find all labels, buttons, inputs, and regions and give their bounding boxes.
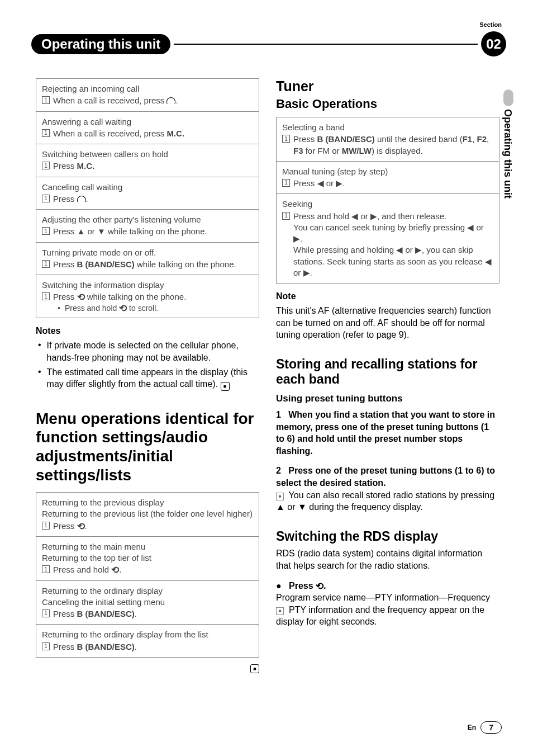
table-row: Answering a call waiting 1When a call is…: [36, 112, 259, 145]
row-step: Press .: [53, 193, 253, 205]
step-number-icon: 1: [42, 292, 50, 300]
left-column: Rejecting an incoming call 1When a call …: [36, 78, 259, 672]
row-step: Press B (BAND/ESC) while talking on the …: [53, 259, 253, 270]
row-title: Returning to the previous list (the fold…: [42, 508, 253, 519]
phone-operations-table: Rejecting an incoming call 1When a call …: [36, 78, 259, 318]
table-row: Switching between callers on hold 1Press…: [36, 144, 259, 177]
row-title: Seeking: [282, 199, 493, 210]
row-sub: •Press and hold ⟲ to scroll.: [58, 303, 253, 314]
row-title: Manual tuning (step by step): [282, 166, 493, 177]
section-heading: Menu operations identical for function s…: [36, 409, 259, 484]
table-row: Returning to the ordinary display from t…: [36, 625, 259, 657]
bullet-icon: •: [276, 607, 284, 615]
step-number-icon: 1: [42, 642, 50, 650]
step-number-icon: 1: [42, 195, 50, 202]
bullet-icon: •: [276, 493, 284, 500]
step-number-icon: 1: [42, 96, 50, 104]
row-step: Press B (BAND/ESC) until the desired ban…: [293, 134, 493, 157]
table-row: Canceling call waiting 1Press .: [36, 177, 259, 210]
return-icon: ⟲: [77, 292, 85, 302]
lang-label: En: [468, 724, 476, 731]
press-step: ● Press ⟲.: [276, 580, 499, 592]
row-step: Press B (BAND/ESC).: [53, 608, 253, 620]
notes-list: If private mode is selected on the cellu…: [36, 339, 259, 390]
table-row: Selecting a band 1Press B (BAND/ESC) unt…: [277, 117, 499, 162]
row-title: Switching between callers on hold: [42, 149, 253, 160]
basic-ops-heading: Basic Operations: [276, 97, 499, 111]
phone-icon: [77, 196, 86, 202]
return-icon: ⟲: [316, 582, 323, 591]
step-number-icon: 1: [42, 129, 50, 137]
row-title: Selecting a band: [282, 122, 493, 133]
end-section-icon: ■: [250, 664, 259, 673]
list-item: If private mode is selected on the cellu…: [38, 339, 259, 363]
page-header: Operating this unit 02: [31, 31, 506, 56]
table-row: Returning to the ordinary display Cancel…: [36, 581, 259, 625]
row-title: Canceling the initial setting menu: [42, 597, 253, 608]
step-number-icon: 1: [42, 260, 50, 268]
row-title: Answering a call waiting: [42, 116, 253, 127]
table-row: Rejecting an incoming call 1When a call …: [36, 79, 259, 112]
row-title: Adjusting the other party's listening vo…: [42, 214, 253, 225]
page-title: Operating this unit: [31, 34, 170, 54]
row-step: Press ⟲.: [53, 521, 253, 532]
end-section-icon: ■: [221, 382, 230, 391]
section-label: Section: [479, 21, 502, 28]
row-step: Press ⟲ while talking on the phone.: [53, 291, 253, 303]
row-title: Returning to the ordinary display: [42, 585, 253, 597]
row-step: Press and hold ⟲.: [53, 564, 253, 575]
table-row: Manual tuning (step by step) 1Press ◀ or…: [277, 162, 499, 195]
pty-line: • PTY information and the frequency appe…: [276, 604, 499, 628]
step-number-icon: 1: [42, 522, 50, 530]
note-heading: Note: [276, 291, 499, 301]
header-divider: [174, 44, 478, 45]
row-title: Rejecting an incoming call: [42, 83, 253, 94]
rds-body: RDS (radio data system) contains digital…: [276, 547, 499, 571]
row-step: Press B (BAND/ESC).: [53, 641, 253, 653]
page-footer: En 7: [468, 721, 502, 734]
storing-heading: Storing and recalling stations for each …: [276, 357, 499, 388]
menu-operations-table: Returning to the previous display Return…: [36, 492, 259, 658]
row-step: Press and hold ◀ or ▶, and then release.…: [293, 211, 493, 279]
step-number-icon: 1: [282, 212, 290, 220]
step-number-icon: 1: [282, 179, 290, 187]
step-number-icon: 1: [42, 162, 50, 169]
table-row: Adjusting the other party's listening vo…: [36, 210, 259, 243]
step-2-sub: • You can also recall stored radio stati…: [276, 489, 499, 513]
step-number-icon: 1: [282, 135, 290, 143]
table-row: Returning to the main menu Returning to …: [36, 537, 259, 581]
phone-icon: [166, 97, 175, 104]
step-number-icon: 1: [42, 565, 50, 573]
table-row: Turning private mode on or off. 1Press B…: [36, 243, 259, 276]
step-2: 2 Press one of the preset tuning buttons…: [276, 465, 499, 489]
tuner-operations-table: Selecting a band 1Press B (BAND/ESC) unt…: [276, 117, 499, 284]
page-number: 7: [480, 721, 502, 734]
tuner-heading: Tuner: [276, 78, 499, 94]
row-title: Canceling call waiting: [42, 182, 253, 193]
step-number-icon: 1: [42, 609, 50, 617]
row-step: Press ◀ or ▶.: [293, 178, 493, 189]
row-title: Returning to the main menu: [42, 541, 253, 552]
return-icon: ⟲: [119, 304, 127, 313]
rds-heading: Switching the RDS display: [276, 529, 499, 545]
notes-heading: Notes: [36, 326, 259, 336]
row-title: Turning private mode on or off.: [42, 247, 253, 258]
step-1: 1 When you find a station that you want …: [276, 409, 499, 457]
side-tab: Operating this unit: [502, 109, 513, 199]
preset-heading: Using preset tuning buttons: [276, 393, 499, 404]
end-section-marker: ■: [36, 662, 259, 672]
row-title: Returning to the ordinary display from t…: [42, 629, 253, 640]
return-icon: ⟲: [77, 522, 85, 531]
row-title: Returning to the previous display: [42, 497, 253, 508]
row-title: Returning to the top tier of list: [42, 552, 253, 564]
right-column: Tuner Basic Operations Selecting a band …: [276, 78, 499, 672]
row-step: Press ▲ or ▼ while talking on the phone.: [53, 226, 253, 237]
section-number-badge: 02: [481, 31, 506, 56]
table-row: Returning to the previous display Return…: [36, 493, 259, 537]
content-columns: Rejecting an incoming call 1When a call …: [36, 78, 499, 672]
side-tab-marker: [503, 89, 513, 106]
note-body: This unit's AF (alternative frequencies …: [276, 305, 499, 341]
psn-line: Program service name—PTY information—Fre…: [276, 592, 499, 604]
table-row: Seeking 1 Press and hold ◀ or ▶, and the…: [277, 194, 499, 283]
return-icon: ⟲: [111, 565, 119, 575]
